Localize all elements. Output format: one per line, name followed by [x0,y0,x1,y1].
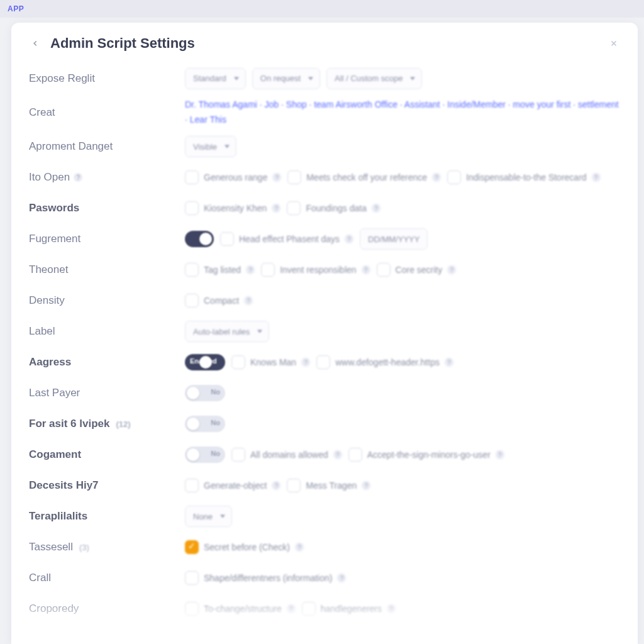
checkbox-icon [231,448,245,462]
checkbox-option[interactable]: Generous range? [185,170,281,184]
checkbox-icon [185,540,199,554]
text-input[interactable]: DD/MM/YYYY [360,228,428,250]
link-list[interactable]: Dr. Thomas Agami · Job · Shop · team Air… [185,97,620,128]
checkbox-option[interactable]: Mess Tragen? [287,479,370,492]
setting-controls: Auto-label rules [185,321,620,342]
help-icon[interactable]: ? [362,265,370,274]
setting-row: Aproment DangetVisible [29,131,620,162]
setting-row: DensityCompact? [29,286,620,316]
checkbox-option[interactable]: Invent responsiblen? [261,263,370,277]
checkbox-option[interactable]: Head effect Phasent days? [220,232,353,246]
help-icon[interactable]: ? [432,173,441,182]
setting-label: Aproment Danget [29,140,185,153]
close-icon[interactable] [608,37,620,50]
page-title: Admin Script Settings [50,35,195,52]
toggle-switch[interactable]: Enabled [185,354,225,370]
help-icon[interactable]: ? [496,450,504,459]
setting-row: Last PayerNo [29,378,620,409]
checkbox-icon [287,201,301,215]
setting-label: Creat [29,106,185,119]
back-icon[interactable] [29,37,42,50]
checkbox-option[interactable]: Indispensable-to-the Storecard? [447,170,600,184]
brand-label: APP [8,4,24,13]
checkbox-option[interactable]: Accept-the-sign-minors-go-user? [348,448,504,462]
setting-row: CreatDr. Thomas Agami · Job · Shop · tea… [29,94,620,131]
help-icon[interactable]: ? [301,358,310,367]
checkbox-option[interactable]: Secret before (Check)? [185,540,304,554]
setting-label: Tassesell(3) [29,541,185,553]
select-input[interactable]: Standard [185,68,246,89]
checkbox-option[interactable]: Generate-object? [185,479,280,492]
setting-label: Ito Open? [29,171,185,184]
setting-controls: Kiosensity Khen?Foundings data? [185,201,620,215]
setting-controls: No [185,385,620,401]
help-icon[interactable]: ? [295,543,304,552]
setting-controls: NoAll domains allowed?Accept-the-sign-mi… [185,447,620,463]
checkbox-icon [377,263,391,277]
fade-overlay [11,594,638,644]
toggle-switch[interactable] [185,231,214,247]
checkbox-option[interactable]: Foundings data? [287,201,380,215]
toggle-switch[interactable]: No [185,416,225,432]
checkbox-option[interactable]: Meets check off your reference? [287,170,441,184]
checkbox-option[interactable]: Kiosensity Khen? [185,201,280,215]
help-icon[interactable]: ? [272,173,281,182]
setting-label: Cogament [29,448,185,461]
help-icon[interactable]: ? [246,265,255,274]
toggle-switch[interactable]: No [185,385,225,401]
help-icon[interactable]: ? [272,481,280,490]
setting-controls: Shape/differentners (information)? [185,571,620,585]
checkbox-icon [287,479,301,492]
checkbox-icon [185,263,199,277]
select-input[interactable]: Visible [185,136,236,157]
setting-controls: Secret before (Check)? [185,540,620,554]
setting-row: Expose ReglitStandardOn requestAll / Cus… [29,63,620,94]
toggle-switch[interactable]: No [185,447,225,463]
setting-label: Paswords [29,202,185,214]
top-bar: APP [0,0,644,18]
setting-controls: Tag listed?Invent responsiblen?Core secr… [185,263,620,277]
setting-row: TeraplilalitsNone [29,501,620,532]
help-icon[interactable]: ? [272,204,280,213]
select-input[interactable]: Auto-label rules [185,321,269,342]
help-icon[interactable]: ? [372,204,380,213]
setting-label: Expose Reglit [29,72,185,85]
help-icon[interactable]: ? [244,296,253,305]
checkbox-icon [231,355,245,369]
setting-label: Label [29,325,185,338]
checkbox-option[interactable]: www.defogett-header.https? [316,355,453,369]
help-icon[interactable]: ? [447,265,456,274]
setting-row: Decesits Hiy7Generate-object?Mess Tragen… [29,470,620,501]
help-icon[interactable]: ? [345,235,353,243]
setting-label: Aagress [29,356,185,369]
help-icon[interactable]: ? [445,358,453,367]
checkbox-icon [185,294,199,308]
checkbox-option[interactable]: All domains allowed? [231,448,342,462]
checkbox-option[interactable]: Core secrity? [377,263,457,277]
settings-rows: Expose ReglitStandardOn requestAll / Cus… [29,63,620,644]
setting-controls: None [185,506,620,527]
setting-label: Fugrement [29,233,185,245]
checkbox-option[interactable]: Knows Man? [231,355,310,369]
help-icon[interactable]: ? [592,173,601,182]
checkbox-option[interactable]: Shape/differentners (information)? [185,571,346,585]
select-input[interactable]: None [185,506,232,527]
checkbox-option[interactable]: Tag listed? [185,263,255,277]
setting-controls: No [185,416,620,432]
help-icon[interactable]: ? [333,450,342,459]
select-input[interactable]: On request [252,68,320,89]
setting-controls: Dr. Thomas Agami · Job · Shop · team Air… [185,97,620,128]
checkbox-icon [316,355,330,369]
setting-controls: Generate-object?Mess Tragen? [185,479,620,492]
setting-row: Ito Open?Generous range?Meets check off … [29,162,620,193]
help-icon[interactable]: ? [337,574,346,582]
help-icon[interactable]: ? [362,481,370,490]
select-input[interactable]: All / Custom scope [326,68,422,89]
help-icon[interactable]: ? [74,173,82,182]
panel-header: Admin Script Settings [29,35,620,52]
checkbox-icon [185,479,199,492]
setting-row: PaswordsKiosensity Khen?Foundings data? [29,193,620,224]
checkbox-icon [287,170,301,184]
checkbox-icon [185,170,199,184]
checkbox-option[interactable]: Compact? [185,294,253,308]
